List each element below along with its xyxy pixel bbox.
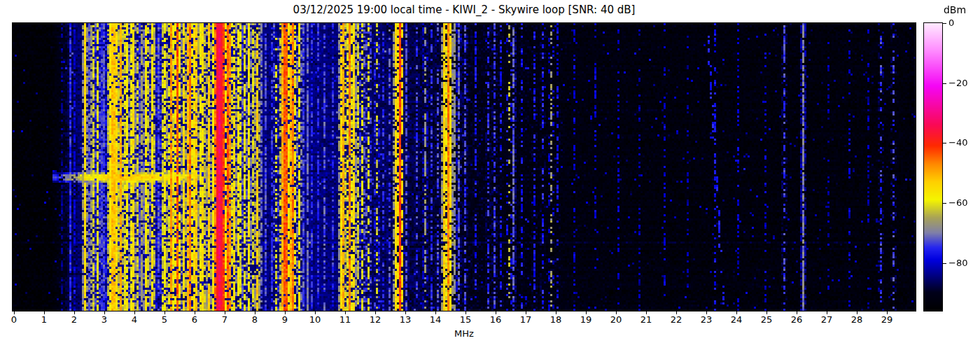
x-axis-tick-label: 29 <box>873 315 901 325</box>
x-axis-tick-label: 24 <box>722 315 750 325</box>
colorbar-tick-label: −40 <box>948 137 979 148</box>
x-axis-tick-label: 25 <box>752 315 780 325</box>
colorbar-tick <box>943 263 946 264</box>
colorbar-label: dBm <box>937 4 973 16</box>
x-axis-tick-label: 13 <box>391 315 419 325</box>
x-axis-tick-label: 22 <box>662 315 690 325</box>
x-axis-tick-label: 12 <box>361 315 389 325</box>
x-axis-tick-label: 20 <box>602 315 630 325</box>
x-axis-tick-label: 9 <box>271 315 299 325</box>
x-axis-tick-label: 26 <box>783 315 811 325</box>
x-axis-tick-label: 14 <box>421 315 449 325</box>
x-axis-tick-label: 5 <box>150 315 178 325</box>
colorbar-tick-label: −60 <box>948 197 979 209</box>
x-axis-tick-label: 16 <box>482 315 510 325</box>
waterfall-canvas <box>13 23 916 311</box>
x-axis-label: MHz <box>13 328 916 339</box>
colorbar-tick <box>943 203 946 204</box>
x-axis-tick-label: 2 <box>60 315 88 325</box>
colorbar-tick-label: −80 <box>948 258 979 269</box>
spectrogram-figure: 03/12/2025 19:00 local time - KIWI_2 - S… <box>0 0 980 350</box>
x-axis-tick-label: 23 <box>692 315 720 325</box>
x-axis-tick-label: 17 <box>512 315 540 325</box>
colorbar-tick <box>943 143 946 144</box>
colorbar-canvas <box>924 23 942 311</box>
x-axis-tick-label: 3 <box>90 315 118 325</box>
x-axis-tick-label: 15 <box>451 315 479 325</box>
page-title: 03/12/2025 19:00 local time - KIWI_2 - S… <box>13 4 916 16</box>
x-axis-tick-label: 1 <box>30 315 58 325</box>
x-axis-tick-label: 21 <box>632 315 660 325</box>
colorbar <box>924 23 942 311</box>
x-axis-tick-label: 8 <box>241 315 269 325</box>
x-axis-tick-label: 7 <box>211 315 239 325</box>
x-axis-tick-label: 11 <box>331 315 359 325</box>
x-axis-tick-label: 4 <box>120 315 148 325</box>
colorbar-tick-label: −20 <box>948 78 979 89</box>
colorbar-tick <box>943 23 946 24</box>
x-axis-tick-label: 6 <box>181 315 209 325</box>
x-axis-tick-label: 19 <box>572 315 600 325</box>
x-axis-tick-label: 18 <box>542 315 570 325</box>
x-axis-tick-label: 27 <box>813 315 841 325</box>
colorbar-tick-label: 0 <box>948 18 979 29</box>
x-axis-tick-label: 0 <box>0 315 28 325</box>
x-axis-tick-label: 10 <box>301 315 329 325</box>
x-axis-tick-label: 28 <box>843 315 871 325</box>
waterfall-plot <box>13 23 916 311</box>
colorbar-tick <box>943 83 946 84</box>
